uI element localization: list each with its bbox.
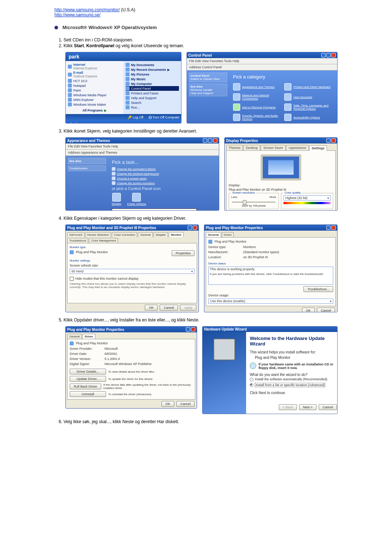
cat-printers[interactable]: Printers and Other Hardware xyxy=(284,83,334,90)
tab-adapter[interactable]: Adapter xyxy=(154,232,168,237)
tab-device-selection[interactable]: Device Selection xyxy=(85,232,111,237)
sm-printers[interactable]: Printers and Faxes xyxy=(126,91,179,96)
wizard-opt-list[interactable]: Install from a list or specific location… xyxy=(250,383,337,387)
tab-geforce3[interactable]: GeForce3 xyxy=(67,232,85,237)
apply-button[interactable]: Apply xyxy=(180,305,196,311)
ok-button[interactable]: OK xyxy=(162,401,174,407)
ok-button[interactable]: OK xyxy=(302,308,315,312)
sm-all-programs[interactable]: All Programs▶ xyxy=(68,108,121,113)
cancel-button[interactable]: Cancel xyxy=(176,401,195,407)
help-icon[interactable] xyxy=(326,138,331,143)
sm-wmp[interactable]: Windows Media Player xyxy=(68,93,121,97)
link-us[interactable]: http://www.samsung.com/monitor/ xyxy=(54,7,120,12)
task-choose-saver[interactable]: Choose a screen saver xyxy=(112,177,215,180)
device-usage-dropdown[interactable]: Use this device (enable)▾ xyxy=(208,299,333,304)
minimize-icon[interactable] xyxy=(203,138,207,143)
switch-view-link[interactable]: Switch to Classic View xyxy=(191,77,220,81)
icon-display[interactable]: Display xyxy=(112,193,121,206)
sm-recent[interactable]: My Recent Documents ▶ xyxy=(126,67,179,72)
tab-driver[interactable]: Driver xyxy=(222,232,234,237)
close-icon[interactable] xyxy=(193,226,197,230)
tab-general[interactable]: General xyxy=(138,232,152,237)
wizard-opt-auto[interactable]: Install the software automatically (Reco… xyxy=(250,377,337,381)
sm-run[interactable]: Run... xyxy=(126,105,179,110)
ok-button[interactable]: OK xyxy=(145,305,158,311)
tab-general[interactable]: General xyxy=(206,232,221,237)
address-bar[interactable]: Address Appearance and Themes xyxy=(66,150,219,156)
tab-general[interactable]: General xyxy=(67,334,82,339)
update-driver-button[interactable]: Update Driver... xyxy=(70,376,106,382)
sm-control-panel[interactable]: Control Panel xyxy=(126,86,179,91)
tab-driver[interactable]: Driver xyxy=(82,334,95,339)
close-icon[interactable] xyxy=(331,53,336,57)
tab-color-mgmt[interactable]: Color Management xyxy=(89,238,118,243)
link-se[interactable]: http://www.samsung.se/ xyxy=(54,12,101,17)
task-change-theme[interactable]: Change the computer's theme xyxy=(112,167,215,171)
cat-sounds[interactable]: Sounds, Speech, and Audio Devices xyxy=(233,114,282,121)
color-quality-dropdown[interactable]: Highest (32 bit)▾ xyxy=(283,195,331,200)
back-button[interactable]: < Back xyxy=(279,404,297,410)
menu-bar[interactable]: File Edit View Favorites Tools Help xyxy=(187,58,337,64)
refresh-rate-dropdown[interactable]: 60 Hertz▾ xyxy=(70,269,195,274)
monitor-icon xyxy=(70,341,74,345)
tab-monitor[interactable]: Monitor xyxy=(169,232,184,237)
sm-email[interactable]: E-mail Outlook Express xyxy=(68,70,121,78)
tab-desktop[interactable]: Desktop xyxy=(243,145,260,150)
driver-details-button[interactable]: Driver Details... xyxy=(70,369,106,374)
cancel-button[interactable]: Cancel xyxy=(317,308,335,312)
troubleshoot-button[interactable]: Troubleshoot... xyxy=(303,286,333,292)
sm-wmm[interactable]: Windows Movie Maker xyxy=(68,102,121,107)
sm-help[interactable]: Help and Support xyxy=(126,96,179,100)
sm-notepad[interactable]: Notepad xyxy=(68,83,121,88)
tab-themes[interactable]: Themes xyxy=(226,145,243,150)
close-icon[interactable] xyxy=(191,327,195,332)
cat-addremove[interactable]: Add or Remove Programs xyxy=(233,104,282,111)
cat-appearance[interactable]: Appearance and Themes xyxy=(233,83,282,90)
cancel-button[interactable]: Cancel xyxy=(160,305,178,311)
cat-network[interactable]: Network and Internet Connections xyxy=(233,93,282,101)
help-icon[interactable] xyxy=(326,226,331,230)
address-bar[interactable]: Address Control Panel xyxy=(187,64,337,70)
close-icon[interactable] xyxy=(331,226,336,230)
sm-mydocs[interactable]: My Documents xyxy=(126,62,179,67)
sm-msn[interactable]: MSN Explorer xyxy=(68,97,121,102)
sm-hct[interactable]: HCT 10.0 xyxy=(68,78,121,83)
tab-screensaver[interactable]: Screen Saver xyxy=(261,145,286,150)
cancel-button[interactable]: Cancel xyxy=(319,404,337,410)
sm-pictures[interactable]: My Pictures xyxy=(126,72,179,77)
cat-access[interactable]: Accessibility Options xyxy=(284,114,334,121)
sm-search[interactable]: Search xyxy=(126,100,179,105)
turn-off-button[interactable]: ⏻ Turn Off Computer xyxy=(148,116,180,119)
menu-bar[interactable]: File Edit View Favorites Tools Help xyxy=(66,143,219,150)
maximize-icon[interactable] xyxy=(326,53,331,57)
log-off-button[interactable]: 🔑 Log Off xyxy=(128,116,143,119)
sm-internet[interactable]: Internet Internet Explorer xyxy=(68,62,121,70)
properties-button[interactable]: Properties xyxy=(172,250,195,256)
sm-paint[interactable]: Paint xyxy=(68,88,121,93)
help-link[interactable]: Help and Support xyxy=(191,92,213,95)
resolution-slider[interactable] xyxy=(232,202,275,203)
hide-modes-checkbox[interactable] xyxy=(70,277,74,281)
next-button[interactable]: Next > xyxy=(299,404,317,410)
uninstall-button[interactable]: Uninstall xyxy=(70,391,106,397)
sm-music[interactable]: My Music xyxy=(126,77,179,81)
tab-color-correction[interactable]: Color Correction xyxy=(112,232,137,237)
cat-users[interactable]: User Accounts xyxy=(284,93,334,101)
task-change-background[interactable]: Change the desktop background xyxy=(112,172,215,175)
minimize-icon[interactable] xyxy=(321,53,326,57)
cat-datetime[interactable]: Date, Time, Language, and Regional Optio… xyxy=(284,104,334,111)
tab-settings[interactable]: Settings xyxy=(309,145,327,151)
roll-back-driver-button[interactable]: Roll Back Driver xyxy=(70,384,101,389)
start-button[interactable]: start xyxy=(68,122,77,123)
tab-appearance[interactable]: Appearance xyxy=(286,145,309,150)
help-icon[interactable] xyxy=(186,327,190,332)
icon-folder-options[interactable]: Folder Options xyxy=(127,193,146,206)
windows-update-link[interactable]: Windows Update xyxy=(191,88,212,92)
sm-computer[interactable]: My Computer xyxy=(126,81,179,86)
maximize-icon[interactable] xyxy=(208,138,212,143)
close-icon[interactable] xyxy=(331,138,336,143)
tab-troubleshoot[interactable]: Troubleshoot xyxy=(67,238,88,243)
task-change-resolution[interactable]: Change the screen resolution xyxy=(112,181,215,185)
close-icon[interactable] xyxy=(213,138,217,143)
help-icon[interactable] xyxy=(188,226,192,230)
